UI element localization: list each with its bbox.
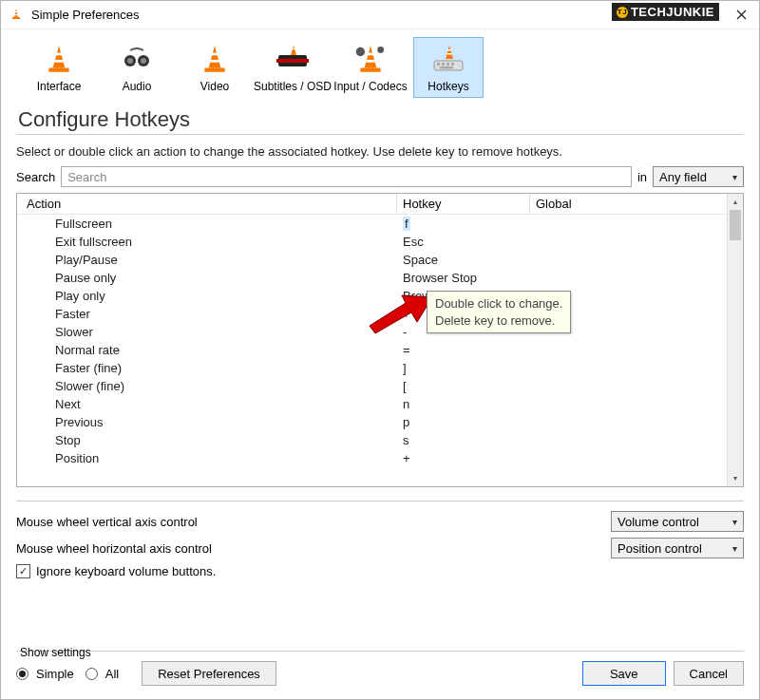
scroll-up-button[interactable]: ▴ — [728, 194, 743, 210]
hotkeys-icon — [430, 42, 466, 78]
dropdown-value: Any field — [659, 170, 707, 184]
mouse-vertical-label: Mouse wheel vertical axis control — [16, 515, 611, 529]
tooltip-line: Double click to change. — [435, 295, 562, 312]
tab-subtitles[interactable]: Subtitles / OSD — [257, 37, 328, 98]
svg-point-14 — [356, 47, 365, 56]
divider — [16, 134, 744, 135]
cancel-button[interactable]: Cancel — [674, 661, 744, 686]
table-row[interactable]: Nextn — [17, 395, 743, 413]
tab-video[interactable]: Video — [180, 37, 250, 98]
instruction-text: Select or double click an action to chan… — [16, 144, 744, 159]
techjunkie-watermark: TJ TECHJUNKIE — [612, 3, 719, 21]
tab-interface[interactable]: Interface — [24, 37, 94, 98]
tab-label: Hotkeys — [428, 80, 468, 93]
dropdown-value: Volume control — [618, 515, 699, 529]
table-row[interactable]: Faster (fine)] — [17, 359, 743, 377]
table-row[interactable]: Pause onlyBrowser Stop — [17, 269, 743, 287]
tab-label: Video — [200, 80, 229, 93]
tab-label: Input / Codecs — [333, 80, 407, 93]
watermark-icon: TJ — [617, 7, 628, 18]
svg-rect-13 — [360, 68, 380, 72]
scroll-down-button[interactable]: ▾ — [728, 470, 743, 486]
svg-rect-9 — [204, 68, 224, 72]
search-in-label: in — [637, 170, 647, 184]
svg-rect-21 — [440, 66, 453, 69]
tab-label: Interface — [37, 80, 82, 93]
table-row[interactable]: Stops — [17, 431, 743, 449]
svg-rect-19 — [446, 63, 449, 66]
table-row[interactable]: Slower (fine)[ — [17, 377, 743, 395]
codecs-icon — [352, 42, 389, 78]
column-global[interactable]: Global — [530, 194, 743, 214]
category-tabs: Interface Audio Video Subtitles / OSD In… — [16, 37, 744, 104]
column-hotkey[interactable]: Hotkey — [397, 194, 530, 214]
reset-preferences-button[interactable]: Reset Preferences — [142, 661, 276, 686]
table-body: Fullscreenf Exit fullscreenEsc Play/Paus… — [17, 215, 743, 483]
table-row[interactable]: Normal rate= — [17, 341, 743, 359]
tab-label: Audio — [123, 80, 152, 93]
tab-input-codecs[interactable]: Input / Codecs — [335, 37, 406, 98]
svg-rect-18 — [442, 63, 445, 66]
table-scrollbar[interactable]: ▴ ▾ — [727, 194, 743, 486]
search-input[interactable] — [61, 166, 632, 187]
radio-simple-label: Simple — [36, 667, 74, 681]
watermark-text: TECHJUNKIE — [631, 5, 714, 19]
divider — [16, 501, 744, 501]
ignore-volume-checkbox[interactable]: ✓ — [16, 564, 30, 578]
tab-audio[interactable]: Audio — [102, 37, 172, 98]
window-title: Simple Preferences — [31, 8, 687, 22]
radio-all-label: All — [105, 667, 119, 681]
svg-point-6 — [127, 58, 133, 64]
table-row[interactable]: Position+ — [17, 449, 743, 467]
tab-hotkeys[interactable]: Hotkeys — [413, 37, 484, 98]
svg-point-12 — [280, 59, 284, 63]
svg-rect-4 — [48, 68, 68, 72]
scroll-thumb[interactable] — [730, 210, 741, 240]
close-button[interactable] — [723, 1, 759, 29]
table-row[interactable]: Faster+ — [17, 305, 743, 323]
table-row[interactable]: Play/PauseSpace — [17, 251, 743, 269]
search-label: Search — [16, 170, 55, 184]
save-button[interactable]: Save — [582, 661, 666, 686]
dropdown-value: Position control — [618, 541, 702, 556]
table-row[interactable]: Previousp — [17, 413, 743, 431]
mouse-horizontal-dropdown[interactable]: Position control — [611, 538, 744, 558]
table-row[interactable]: Play onlyBrowser Refresh — [17, 287, 743, 305]
preferences-window: TJ TECHJUNKIE Simple Preferences Interfa… — [0, 0, 760, 700]
interface-icon — [41, 42, 77, 78]
audio-icon — [119, 42, 155, 78]
column-action[interactable]: Action — [17, 194, 397, 214]
radio-simple[interactable] — [16, 668, 28, 680]
page-title: Configure Hotkeys — [18, 107, 744, 132]
vlc-cone-icon — [9, 8, 24, 23]
mouse-horizontal-label: Mouse wheel horizontal axis control — [16, 541, 611, 556]
mouse-vertical-dropdown[interactable]: Volume control — [611, 511, 744, 532]
ignore-volume-label: Ignore keyboard volume buttons. — [36, 564, 216, 578]
svg-rect-0 — [12, 17, 20, 19]
table-row[interactable]: Fullscreenf — [17, 215, 743, 233]
tab-label: Subtitles / OSD — [254, 80, 332, 93]
hotkeys-table: Action Hotkey Global Fullscreenf Exit fu… — [16, 193, 744, 487]
table-row[interactable]: Exit fullscreenEsc — [17, 233, 743, 251]
subtitles-icon — [275, 42, 311, 78]
video-icon — [197, 42, 233, 78]
radio-all[interactable] — [86, 668, 98, 680]
scroll-track[interactable] — [728, 210, 743, 470]
table-row[interactable]: Slower- — [17, 323, 743, 341]
svg-point-8 — [141, 58, 146, 64]
tooltip-line: Delete key to remove. — [435, 312, 562, 330]
table-header: Action Hotkey Global — [17, 194, 743, 215]
hotkey-tooltip: Double click to change. Delete key to re… — [427, 291, 571, 333]
show-settings-label: Show settings — [16, 646, 276, 659]
svg-rect-20 — [451, 63, 454, 66]
svg-rect-17 — [437, 63, 440, 66]
svg-point-15 — [377, 47, 384, 53]
search-field-dropdown[interactable]: Any field — [653, 166, 744, 187]
